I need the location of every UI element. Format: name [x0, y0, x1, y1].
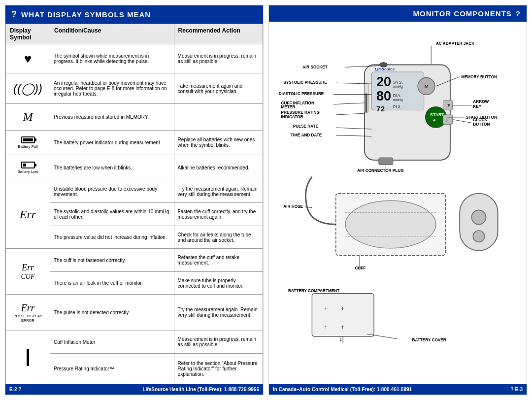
symbol-err-cuf-cell: Err CUF: [6, 249, 50, 295]
svg-line-37: [336, 113, 365, 115]
table-row: ♥ The symbol shown while measurement is …: [6, 44, 263, 73]
action-errcuf-2: Make sure tube is properly connected to …: [174, 271, 263, 294]
svg-text:72: 72: [376, 104, 385, 113]
right-footer: In Canada–Auto Control Medical (Toll-Fre…: [269, 384, 527, 395]
svg-text:LifeSource: LifeSource: [375, 67, 395, 71]
right-footer-center: In Canada–Auto Control Medical (Toll-Fre…: [273, 387, 412, 392]
right-page-num: ? E-3: [511, 387, 523, 392]
svg-text:AIR CONNECTOR PLUG: AIR CONNECTOR PLUG: [357, 168, 403, 173]
action-battery-low: Alkaline batteries recommended.: [174, 155, 263, 180]
err-cuf-icon: Err CUF: [9, 263, 46, 281]
svg-line-59: [305, 207, 312, 208]
svg-text:mmHg: mmHg: [393, 98, 403, 102]
condition-bar-2: Pressure Rating Indicator™: [50, 354, 174, 384]
table-row: Err CUF The cuff is not fastened correct…: [6, 249, 263, 271]
symbol-battery-full-cell: Battery Full: [6, 130, 50, 155]
svg-text:SYS.: SYS.: [393, 80, 403, 85]
svg-text:80: 80: [376, 88, 391, 103]
battery-full-label: Battery Full: [18, 144, 37, 149]
condition-err-1: Unstable blood pressure due to excessive…: [50, 180, 174, 202]
err-pulse-icon: Err PULSE DISPLAY ERROR: [9, 302, 46, 323]
svg-text:BATTERY COVER: BATTERY COVER: [412, 338, 446, 342]
svg-text:INDICATOR: INDICATOR: [281, 115, 303, 119]
symbol-heart-cell: ♥: [6, 44, 50, 73]
svg-rect-21: [366, 94, 367, 113]
m-icon: M: [23, 110, 33, 123]
condition-heart: The symbol shown while measurement is in…: [50, 44, 174, 73]
right-q-mark: ?: [516, 9, 521, 18]
table-row: Err PULSE DISPLAY ERROR The pulse is not…: [6, 295, 263, 331]
action-errcuf-1: Refasten the cuff and retake measurement…: [174, 249, 263, 271]
action-err-3: Check for air leaks along the tube and a…: [174, 226, 263, 248]
col-action: Recommended Action: [174, 24, 263, 44]
battery-low-label: Battery Low: [17, 169, 38, 174]
symbols-table: Display Symbol Condition/Cause Recommend…: [5, 24, 263, 384]
condition-err-2: The systolic and diastolic values are wi…: [50, 203, 174, 226]
left-footer: E-2 ? LifeSource Health Line (Toll-Free)…: [5, 384, 263, 395]
left-title: WHAT DISPLAY SYMBOLS MEAN: [21, 10, 151, 19]
condition-battery-low: The batteries are low when it blinks.: [50, 155, 174, 180]
left-footer-center: LifeSource Health Line (Toll-Free): 1-88…: [142, 387, 259, 392]
table-row: Battery Full The battery power indicator…: [6, 130, 263, 155]
svg-text:+: +: [340, 304, 344, 312]
action-err-1: Try the measurement again. Remain very s…: [174, 180, 263, 202]
svg-text:BUTTON: BUTTON: [473, 122, 490, 127]
right-title: MONITOR COMPONENTS: [413, 9, 512, 18]
heart-icon: ♥: [24, 51, 32, 66]
page: ? WHAT DISPLAY SYMBOLS MEAN Display Symb…: [0, 0, 532, 400]
svg-text:+: +: [324, 304, 328, 312]
svg-text:CLOCK: CLOCK: [473, 118, 487, 122]
condition-m: Previous measurement stored in MEMORY.: [50, 104, 174, 131]
svg-text:○: ○: [445, 118, 448, 123]
symbol-waves-cell: ((◯)): [6, 73, 50, 104]
condition-errcuf-2: There is an air leak in the cuff or moni…: [50, 271, 174, 294]
table-row: Err Unstable blood pressure due to exces…: [6, 180, 263, 202]
svg-point-72: [471, 210, 486, 225]
monitor-diagram: 20 80 72 SYS. mmHg DIA. mmHg PUL LifeSou…: [269, 22, 527, 384]
svg-rect-22: [379, 158, 393, 165]
diagram-svg: 20 80 72 SYS. mmHg DIA. mmHg PUL LifeSou…: [274, 27, 522, 379]
svg-text:AIR HOSE: AIR HOSE: [283, 204, 303, 209]
condition-waves: An irregular heartbeat or body movement …: [50, 73, 174, 104]
battery-low-icon: [21, 162, 35, 168]
svg-point-55: [345, 200, 436, 248]
svg-text:PUL: PUL: [393, 104, 401, 109]
svg-text:CUFF INFLATION: CUFF INFLATION: [281, 101, 314, 105]
table-row: ((◯)) An irregular heartbeat or body mov…: [6, 73, 263, 104]
table-row: Cuff Inflation Meter Measurement is in p…: [6, 331, 263, 353]
pulse-error-label: PULSE DISPLAY ERROR: [9, 314, 46, 323]
svg-text:METER: METER: [281, 105, 296, 109]
condition-err-3: The pressure value did not increase duri…: [50, 226, 174, 248]
svg-line-34: [333, 103, 365, 104]
svg-text:↓: ↓: [339, 335, 343, 343]
svg-text:AC ADAPTER JACK: AC ADAPTER JACK: [436, 41, 474, 46]
right-header: MONITOR COMPONENTS ?: [269, 5, 527, 22]
svg-text:DIA.: DIA.: [393, 93, 401, 98]
table-container: Display Symbol Condition/Cause Recommend…: [5, 24, 263, 384]
svg-text:▼: ▼: [446, 102, 451, 108]
svg-text:MEMORY BUTTON: MEMORY BUTTON: [461, 75, 497, 79]
svg-text:DIASTOLIC PRESSURE: DIASTOLIC PRESSURE: [279, 92, 324, 96]
symbol-m-cell: M: [6, 104, 50, 131]
svg-text:TIME AND DATE: TIME AND DATE: [291, 133, 322, 137]
svg-line-49: [453, 120, 472, 123]
action-waves: Take measurement again and consult with …: [174, 73, 263, 104]
condition-battery-full: The battery power indicator during measu…: [50, 130, 174, 155]
svg-point-73: [473, 231, 484, 242]
svg-text:CUFF: CUFF: [355, 266, 366, 270]
svg-text:20: 20: [376, 74, 391, 89]
left-panel: ? WHAT DISPLAY SYMBOLS MEAN Display Symb…: [5, 5, 264, 395]
svg-text:+: +: [340, 323, 344, 331]
waves-icon: ((◯)): [13, 82, 42, 95]
svg-text:mmHg: mmHg: [393, 85, 403, 89]
svg-text:SYSTOLIC PRESSURE: SYSTOLIC PRESSURE: [283, 80, 327, 85]
symbol-battery-low-cell: Battery Low: [6, 155, 50, 180]
symbol-bar-cell: [6, 331, 50, 384]
svg-text:M: M: [425, 83, 429, 89]
action-errpulse: Try the measurement again. Remain very s…: [174, 295, 263, 331]
right-panel: MONITOR COMPONENTS ? 20 80 72 SYS. mmHg …: [268, 5, 527, 395]
action-err-2: Fasten the cuff correctly, and try the m…: [174, 203, 263, 226]
symbol-err-cell: Err: [6, 180, 50, 248]
left-page-num: E-2 ?: [9, 387, 21, 392]
svg-text:PULSE RATE: PULSE RATE: [293, 124, 319, 129]
